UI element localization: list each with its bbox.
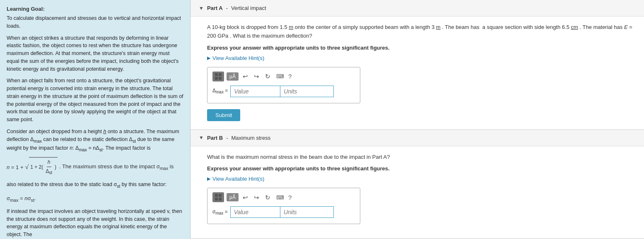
paragraph-4: Consider an object dropped from a height…	[7, 128, 183, 153]
part-b-undo-button[interactable]: ↩	[241, 194, 250, 201]
part-a-header[interactable]: ▼ Part A - Vertical impact	[191, 0, 644, 17]
part-a-hint-arrow: ▶	[207, 55, 210, 61]
part-a-answer-box: μÅ ↩ ↪ ↻ ⌨ ? Δmax =	[207, 67, 360, 103]
part-a-description: Vertical impact	[231, 5, 266, 11]
part-a-input-row: Δmax =	[212, 86, 355, 97]
learning-goal-title: Learning Goal:	[7, 6, 183, 12]
part-b-mu-button[interactable]: μÅ	[227, 193, 239, 201]
part-b-problem: What is the maximum normal stress in the…	[207, 153, 634, 162]
svg-rect-5	[219, 194, 222, 197]
part-a-label: Part A	[207, 5, 223, 11]
right-panel: ▼ Part A - Vertical impact A 10-kg block…	[191, 0, 644, 239]
part-b-hint-link[interactable]: ▶ View Available Hint(s)	[207, 176, 634, 182]
svg-rect-0	[215, 73, 218, 76]
part-a-value-input[interactable]	[230, 86, 280, 97]
part-b-units-input[interactable]	[280, 206, 334, 218]
svg-rect-3	[219, 77, 222, 80]
part-a-express: Express your answer with appropriate uni…	[207, 45, 634, 51]
part-b-hint-arrow: ▶	[207, 176, 210, 182]
part-a-mu-button[interactable]: μÅ	[227, 72, 239, 81]
part-b-value-input[interactable]	[230, 206, 280, 218]
part-a-redo-button[interactable]: ↪	[252, 72, 261, 80]
part-a-hint-link[interactable]: ▶ View Available Hint(s)	[207, 55, 634, 61]
part-b-separator: -	[226, 135, 228, 141]
part-a-hint-label: View Available Hint(s)	[212, 55, 264, 61]
part-b-description: Maximum stress	[232, 135, 271, 141]
formula-2: σmax = nσst.	[7, 194, 183, 204]
part-a-input-label: Δmax =	[212, 88, 228, 94]
formula-1: n = 1 + √ 1 + 2( hΔst ) . The maximum st…	[7, 157, 183, 177]
part-b-label: Part B	[207, 135, 223, 141]
part-b-header[interactable]: ▼ Part B - Maximum stress	[191, 130, 644, 146]
part-b-mu-label: μÅ	[229, 194, 236, 200]
part-a-separator: -	[226, 5, 228, 11]
part-a-help-icon: ?	[288, 73, 292, 80]
part-b-refresh-button[interactable]: ↻	[263, 194, 272, 201]
svg-rect-6	[215, 198, 218, 201]
part-a-mu-label: μÅ	[229, 74, 236, 79]
part-a-grid-button[interactable]	[212, 72, 224, 81]
part-a-toolbar: μÅ ↩ ↪ ↻ ⌨ ?	[212, 72, 355, 81]
part-b-help-icon: ?	[288, 194, 292, 201]
part-b-grid-button[interactable]	[212, 192, 224, 202]
svg-rect-1	[219, 73, 222, 76]
part-a-refresh-button[interactable]: ↻	[263, 72, 272, 80]
part-b-toolbar: μÅ ↩ ↪ ↻ ⌨ ?	[212, 192, 355, 202]
part-b-keyboard-button[interactable]: ⌨	[275, 194, 286, 201]
paragraph-1: To calculate displacement and stresses d…	[7, 14, 183, 30]
paragraph-3: When an object falls from rest onto a st…	[7, 77, 183, 124]
left-panel: Learning Goal: To calculate displacement…	[0, 0, 191, 239]
part-a-body: A 10-kg block is dropped from 1.5 m onto…	[191, 17, 644, 129]
svg-rect-7	[219, 198, 222, 201]
part-b-hint-label: View Available Hint(s)	[212, 176, 264, 182]
part-a-problem: A 10-kg block is dropped from 1.5 m onto…	[207, 23, 634, 41]
part-a-collapse-arrow[interactable]: ▼	[199, 5, 204, 11]
part-b-collapse-arrow[interactable]: ▼	[199, 135, 204, 141]
svg-rect-4	[215, 194, 218, 197]
part-b-body: What is the maximum normal stress in the…	[191, 146, 644, 239]
paragraph-5: also related to the stress due to the st…	[7, 181, 183, 189]
part-b-express: Express your answer with appropriate uni…	[207, 165, 634, 172]
part-b-input-label: σmax =	[212, 209, 228, 215]
part-b-section: ▼ Part B - Maximum stress What is the ma…	[191, 130, 644, 239]
part-a-submit-button[interactable]: Submit	[207, 109, 240, 121]
part-b-input-row: σmax =	[212, 206, 355, 218]
paragraph-6: If instead the impact involves an object…	[7, 208, 183, 239]
part-a-keyboard-button[interactable]: ⌨	[275, 73, 286, 80]
svg-rect-2	[215, 77, 218, 80]
part-a-undo-button[interactable]: ↩	[241, 72, 250, 80]
part-b-redo-button[interactable]: ↪	[252, 194, 261, 201]
part-b-answer-box: μÅ ↩ ↪ ↻ ⌨ ? σmax =	[207, 188, 360, 224]
part-a-section: ▼ Part A - Vertical impact A 10-kg block…	[191, 0, 644, 130]
part-a-units-input[interactable]	[280, 86, 334, 97]
paragraph-2: When an object strikes a structure that …	[7, 34, 183, 73]
